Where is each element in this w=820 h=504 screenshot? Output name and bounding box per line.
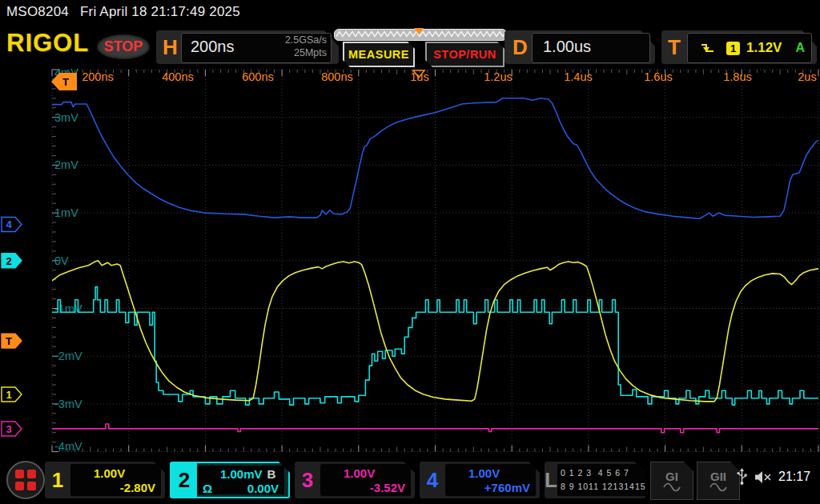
bandwidth-limit-flag: B <box>267 467 276 482</box>
impedance-icon: Ω <box>203 482 212 496</box>
oscilloscope-screen: MSO8204Fri April 18 21:17:49 2025 RIGOL … <box>0 0 820 504</box>
dc-coupling-icon <box>76 470 89 477</box>
digital-channels-row1: 0 1 2 3 4 5 6 7 <box>561 468 646 478</box>
system-tray: 21:17 <box>737 468 810 486</box>
channel-marker-4[interactable]: 4 <box>2 217 22 231</box>
channel-marker-T[interactable]: T <box>2 334 22 348</box>
channel-marker-2[interactable]: 2 <box>2 254 22 268</box>
channel-1-scale: 1.00V <box>94 466 125 481</box>
sine-wave-icon <box>709 482 727 492</box>
channel-1-offset: -2.80V <box>76 481 155 495</box>
channel-4-box[interactable]: 4 1.00V +760mV <box>420 462 540 498</box>
dc-coupling-icon <box>451 470 464 477</box>
channel-3-scale: 1.00V <box>344 466 375 481</box>
channel-marker-1[interactable]: 1 <box>2 387 22 402</box>
channel-3-number: 3 <box>295 462 320 498</box>
time-axis-label: 600ns <box>242 70 274 83</box>
generator-1-button[interactable]: GI <box>650 462 693 500</box>
trace-ch4 <box>52 98 818 218</box>
volt-axis-label: 2mV <box>54 158 78 171</box>
volt-axis-label: 0V <box>54 254 69 267</box>
dc-coupling-icon <box>203 471 215 478</box>
dc-coupling-icon <box>326 470 339 477</box>
time-axis-label: 200ns <box>82 70 114 83</box>
channel-3-box[interactable]: 3 1.00V -3.52V <box>295 462 415 498</box>
menu-button[interactable] <box>6 461 45 499</box>
waveform-display: 200ns400ns600ns800ns1us1.2us1.4us1.6us1.… <box>0 0 820 460</box>
channel-1-box[interactable]: 1 1.00V -2.80V <box>45 462 165 498</box>
time-axis-label: 1.6us <box>644 70 672 83</box>
time-axis-label: 400ns <box>162 70 194 83</box>
clock: 21:17 <box>778 470 810 484</box>
time-axis-label: 2us <box>798 70 816 83</box>
channel-marker-3[interactable]: 3 <box>2 422 22 436</box>
channel-marker-label: T <box>6 335 12 347</box>
logic-label: L <box>545 462 557 498</box>
channel-4-offset: +760mV <box>451 481 530 495</box>
channel-3-offset: -3.52V <box>326 481 405 495</box>
sine-wave-icon <box>663 482 681 492</box>
trigger-corner-letter: T <box>62 76 69 88</box>
channel-4-scale: 1.00V <box>468 466 500 481</box>
time-axis-label: 1.8us <box>723 70 751 83</box>
channel-1-number: 1 <box>45 462 70 498</box>
channel-2-scale: 1.00mV <box>220 467 263 482</box>
time-axis-label: 1.4us <box>564 70 592 83</box>
channel-4-number: 4 <box>420 462 445 498</box>
volt-axis-label: 3mV <box>54 111 78 124</box>
time-axis-label: 800ns <box>321 70 353 83</box>
channel-2-offset: 0.00V <box>247 482 279 496</box>
channel-marker-label: 3 <box>6 423 11 435</box>
generator-2-button[interactable]: GII <box>697 462 740 500</box>
volt-axis-label: -3mV <box>54 398 82 410</box>
channel-2-box[interactable]: 2 1.00mVB Ω0.00V <box>170 462 290 498</box>
speaker-muted-icon <box>754 470 772 484</box>
volt-axis-label: 1mV <box>54 206 78 219</box>
logic-analyzer-box[interactable]: L 0 1 2 3 4 5 6 7 8 9 1011 12131415 <box>545 462 645 498</box>
time-axis-label: 1.2us <box>484 70 512 83</box>
volt-axis-label: -2mV <box>54 350 82 362</box>
channel-marker-label: 1 <box>6 389 11 401</box>
channel-marker-label: 2 <box>6 255 11 267</box>
digital-channels-row2: 8 9 1011 12131415 <box>561 482 646 492</box>
menu-grid-icon <box>15 470 36 490</box>
generator-2-label: GII <box>710 470 726 482</box>
generator-1-label: GI <box>665 470 678 482</box>
volt-axis-label: -4mV <box>54 440 82 453</box>
usb-icon <box>737 468 747 486</box>
channel-marker-label: 4 <box>6 218 12 230</box>
channel-2-number: 2 <box>171 463 197 497</box>
